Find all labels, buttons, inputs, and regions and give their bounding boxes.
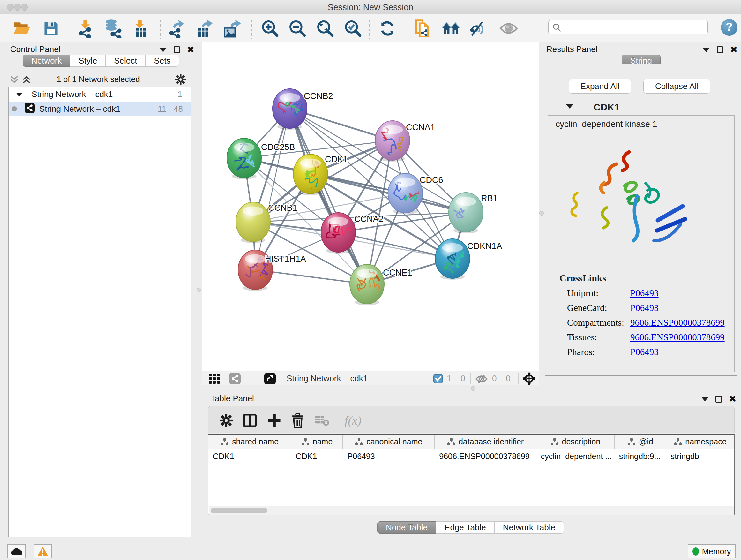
node-CCNE1[interactable]: CCNE1 <box>350 264 412 305</box>
scrollbar-thumb[interactable] <box>211 508 267 513</box>
crosslink-link[interactable]: P06493 <box>630 303 659 313</box>
node-label-RB1: RB1 <box>481 193 498 203</box>
expand-all-button[interactable]: Expand All <box>569 79 631 94</box>
column-header-description[interactable]: description <box>536 435 615 449</box>
panel-float-icon[interactable] <box>174 46 180 53</box>
node-CDKN1A[interactable]: CDKN1A <box>435 239 502 280</box>
node-RB1[interactable]: RB1 <box>448 192 498 233</box>
birds-eye-view-icon[interactable] <box>264 373 276 384</box>
node-CCNB1[interactable]: CCNB1 <box>236 202 297 243</box>
network-view-canvas[interactable]: CCNB2CCNA1CDC25BCDK1CDC6RB1CCNB1CCNA2CDK… <box>202 43 539 371</box>
export-image-button[interactable] <box>222 18 242 39</box>
table-cell[interactable]: CDK1 <box>208 449 291 463</box>
refresh-button[interactable] <box>377 18 398 39</box>
tab-network-table[interactable]: Network Table <box>494 521 564 534</box>
network-graph[interactable]: CCNB2CCNA1CDC25BCDK1CDC6RB1CCNB1CCNA2CDK… <box>202 43 539 371</box>
export-network-button[interactable] <box>167 18 188 39</box>
panel-close-icon[interactable]: ✖ <box>729 395 736 402</box>
search-input[interactable] <box>565 21 705 34</box>
control-panel: Control Panel ✖ NetworkStyleSelectSets 1… <box>3 42 199 540</box>
crosslink-link[interactable]: 9606.ENSP00000378699 <box>630 317 725 328</box>
add-column-icon[interactable] <box>266 412 282 429</box>
table-cell[interactable]: stringdb <box>666 449 734 463</box>
collapse-all-button[interactable]: Collapse All <box>643 79 711 94</box>
selected-checkbox-icon[interactable] <box>433 374 443 383</box>
delete-column-trash-icon[interactable] <box>289 412 306 429</box>
warnings-button[interactable] <box>33 544 52 558</box>
left-splitter-grip[interactable] <box>197 288 201 292</box>
column-header-id[interactable]: @id <box>615 435 666 449</box>
tab-select[interactable]: Select <box>105 55 145 67</box>
table-cell[interactable]: 9606.ENSP00000378699 <box>434 449 536 463</box>
panel-menu-icon[interactable] <box>701 397 709 401</box>
tab-edge-table[interactable]: Edge Table <box>436 521 495 534</box>
panel-float-icon[interactable] <box>716 395 722 402</box>
open-session-button[interactable] <box>11 18 32 39</box>
tab-sets[interactable]: Sets <box>145 55 179 67</box>
title-bar: Session: New Session <box>0 0 741 14</box>
grid-view-icon[interactable] <box>209 373 220 384</box>
export-table-button[interactable] <box>195 18 215 39</box>
crosslink-link[interactable]: P06493 <box>630 288 659 299</box>
table-settings-gear-icon[interactable] <box>218 412 234 429</box>
panel-menu-icon[interactable] <box>159 48 166 52</box>
node-CDC25B[interactable]: CDC25B <box>227 135 295 179</box>
node-HIST1H1A[interactable]: HIST1H1A <box>238 250 306 291</box>
table-cell[interactable]: CDK1 <box>291 449 343 463</box>
table-horizontal-scrollbar[interactable] <box>209 506 734 515</box>
tab-node-table[interactable]: Node Table <box>377 521 436 534</box>
column-header-canonical-name[interactable]: canonical name <box>343 435 434 449</box>
edge-CCNB2-HIST1H1A[interactable] <box>255 109 290 270</box>
zoom-out-button[interactable] <box>287 18 308 39</box>
show-graphics-details-icon[interactable] <box>467 18 488 39</box>
crosslink-link[interactable]: 9606.ENSP00000378699 <box>630 332 725 343</box>
strip-separator <box>518 373 519 384</box>
show-columns-icon[interactable] <box>242 412 258 429</box>
tab-network[interactable]: Network <box>23 55 70 67</box>
column-header-shared-name[interactable]: shared name <box>208 435 291 449</box>
network-selection-row: 1 of 1 Network selected <box>3 73 194 86</box>
save-session-button[interactable] <box>41 18 61 39</box>
panel-close-icon[interactable]: ✖ <box>730 46 738 53</box>
table-cell[interactable]: cyclin–dependent ... <box>536 449 615 463</box>
clone-network-button[interactable] <box>413 18 434 39</box>
tab-style[interactable]: Style <box>70 55 106 67</box>
panel-close-icon[interactable]: ✖ <box>187 46 194 53</box>
gear-icon[interactable] <box>175 74 186 85</box>
zoom-selected-button[interactable] <box>343 18 363 39</box>
crosshair-icon[interactable] <box>523 372 536 385</box>
table-row[interactable]: CDK1CDK1P064939606.ENSP00000378699cyclin… <box>208 449 734 463</box>
table-cell[interactable]: P06493 <box>343 449 435 463</box>
panel-menu-icon[interactable] <box>703 48 710 52</box>
zoom-in-button[interactable] <box>260 18 280 39</box>
collapse-section-icon[interactable] <box>566 105 573 109</box>
hidden-eye-icon[interactable] <box>475 374 488 384</box>
cloud-button[interactable] <box>7 544 26 558</box>
node-CCNA1[interactable]: CCNA1 <box>375 118 435 162</box>
network-collection-label: String Network – cdk1 <box>31 89 113 99</box>
column-header-database-identifier[interactable]: database identifier <box>434 435 536 449</box>
help-button[interactable]: ? <box>721 19 738 36</box>
collapse-node-icon[interactable] <box>16 89 23 99</box>
node-CCNB2[interactable]: CCNB2 <box>273 89 333 130</box>
zoom-fit-button[interactable] <box>315 18 335 39</box>
table-cell[interactable]: stringdb:9... <box>615 449 666 463</box>
node-CDK1[interactable]: CDK1 <box>293 154 348 195</box>
crosslink-link[interactable]: P06493 <box>630 347 659 357</box>
import-network-from-file-button[interactable] <box>75 18 95 39</box>
memory-button[interactable]: Memory <box>688 544 736 558</box>
import-network-from-database-button[interactable] <box>102 18 123 39</box>
column-header-namespace[interactable]: namespace <box>666 435 734 449</box>
houses-icon[interactable] <box>441 18 461 39</box>
horizontal-splitter-grip[interactable] <box>471 386 475 391</box>
panel-float-icon[interactable] <box>717 46 723 53</box>
network-app-icon-disabled[interactable] <box>229 373 241 384</box>
network-tree-row[interactable]: String Network – cdk11148 <box>9 102 191 116</box>
column-header-name[interactable]: name <box>291 435 343 449</box>
search-icon <box>552 23 562 33</box>
toolbar-separator <box>160 17 160 39</box>
import-table-button[interactable] <box>130 18 150 39</box>
network-tree-row[interactable]: String Network – cdk11 <box>9 87 191 102</box>
toolbar-separator <box>251 17 252 39</box>
network-status-dot <box>12 106 17 111</box>
